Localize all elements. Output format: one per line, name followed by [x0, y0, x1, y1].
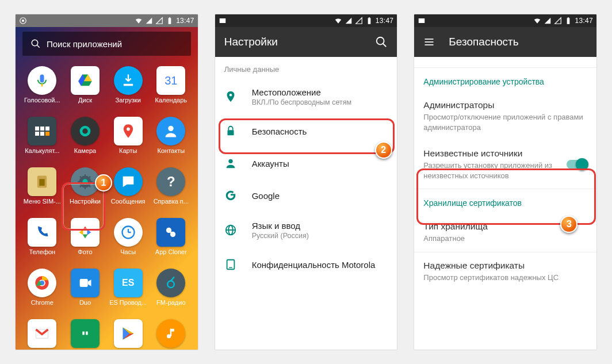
app-label: Диск — [78, 97, 92, 104]
section-device-admin: Администрирование устройства — [414, 68, 596, 92]
status-bar: 13:47 — [414, 14, 596, 27]
app-label: Контакты — [158, 147, 185, 154]
app-label: Голосовой... — [24, 97, 60, 104]
app-cal[interactable]: 31Календарь — [150, 66, 192, 116]
app-phone[interactable]: Телефон — [21, 218, 63, 267]
clock-icon — [114, 218, 143, 247]
row-title: Надежные сертификаты — [423, 260, 587, 271]
svg-point-12 — [169, 126, 174, 131]
search-icon — [30, 39, 41, 49]
app-maps[interactable]: Карты — [107, 117, 149, 166]
svg-line-46 — [383, 44, 387, 47]
row-title: Местоположение — [252, 87, 388, 97]
app-label: App Cloner — [155, 248, 187, 255]
settings-row-lang[interactable]: Язык и вводРусский (Россия) — [215, 212, 397, 248]
svg-point-47 — [229, 94, 232, 97]
row-sub: Разрешить установку приложений из неизве… — [423, 160, 557, 181]
location-icon — [224, 90, 237, 103]
settings-row-location[interactable]: МестоположениеВКЛ./По беспроводным сетям — [215, 78, 397, 115]
app-help[interactable]: ?Справка п... — [150, 167, 192, 217]
signal-icon — [145, 17, 153, 25]
app-camera[interactable]: Камера — [64, 117, 106, 166]
app-photos[interactable]: Фото — [64, 218, 106, 267]
moto-icon — [224, 258, 237, 271]
svg-rect-21 — [85, 186, 86, 189]
row-title: Неизвестные источники — [423, 148, 557, 159]
app-drive[interactable]: Диск — [64, 66, 106, 116]
app-sim[interactable]: Меню SIM-... — [21, 167, 63, 217]
app-play[interactable]: Play Марк... — [107, 319, 149, 350]
app-download[interactable]: Загрузки — [107, 66, 149, 116]
search-icon[interactable] — [375, 36, 388, 48]
svg-point-49 — [228, 159, 232, 163]
menu-icon[interactable] — [423, 36, 435, 48]
appbar-title: Безопасность — [449, 36, 518, 48]
app-radio[interactable]: FM-радио — [150, 269, 192, 318]
svg-rect-57 — [568, 17, 569, 18]
calc-icon — [28, 117, 56, 145]
app-label: Меню SIM-... — [24, 198, 61, 205]
battery-icon — [564, 17, 572, 25]
status-bar: 13:47 — [215, 14, 397, 27]
wifi-icon — [533, 17, 541, 25]
search-apps[interactable]: Поиск приложений — [22, 32, 191, 56]
app-label: Chrome — [31, 299, 53, 306]
svg-rect-19 — [89, 181, 93, 182]
app-es[interactable]: ESES Провод... — [107, 269, 149, 318]
drive-icon — [71, 66, 100, 95]
phone-app-drawer: 13:47 Поиск приложений Голосовой...ДискЗ… — [15, 14, 198, 350]
battery-icon — [365, 17, 373, 25]
app-chrome[interactable]: Chrome — [21, 269, 63, 318]
row-unknown-sources[interactable]: Неизвестные источники Разрешить установк… — [414, 140, 596, 189]
settings-row-account[interactable]: Аккаунты — [215, 147, 397, 179]
svg-rect-2 — [169, 18, 171, 24]
app-mic[interactable]: Голосовой... — [21, 66, 63, 116]
battery-icon — [166, 17, 174, 25]
phone-icon — [28, 218, 56, 247]
row-admins[interactable]: Администраторы Просмотр/отключение прило… — [414, 92, 596, 140]
svg-rect-43 — [368, 18, 370, 24]
step-badge-1: 1 — [95, 174, 112, 191]
toggle-unknown-sources[interactable] — [567, 160, 587, 169]
photos-icon — [71, 218, 100, 247]
chrome-icon — [28, 269, 56, 297]
app-label: ES Провод... — [109, 299, 147, 306]
signal2-icon — [155, 17, 163, 25]
app-hangouts[interactable]: Hangouts — [64, 319, 106, 350]
svg-rect-23 — [78, 181, 81, 182]
image-icon — [418, 17, 426, 25]
square-stop-icon — [19, 17, 27, 25]
wifi-icon — [135, 17, 143, 25]
svg-rect-1 — [22, 20, 24, 22]
app-music[interactable]: Play Музы... — [150, 319, 192, 350]
settings-row-moto[interactable]: Конфиденциальность Motorola — [215, 248, 397, 281]
app-cloner[interactable]: App Cloner — [150, 218, 192, 267]
svg-rect-8 — [123, 84, 132, 86]
svg-rect-39 — [86, 332, 88, 335]
cloner-icon — [156, 218, 185, 247]
app-label: Загрузки — [116, 97, 141, 104]
svg-rect-42 — [219, 18, 225, 23]
app-msg[interactable]: Сообщения — [107, 167, 149, 217]
app-gmail[interactable]: Gmail — [21, 319, 63, 350]
app-label: Play Музы... — [154, 350, 189, 350]
clock-text: 13:47 — [176, 17, 194, 25]
row-sub: Аппаратное — [423, 233, 587, 244]
app-clock[interactable]: Часы — [107, 218, 149, 267]
app-duo[interactable]: Duo — [64, 269, 106, 318]
app-contact[interactable]: Контакты — [150, 117, 192, 166]
row-trusted-certs[interactable]: Надежные сертификаты Просмотр сертификат… — [414, 252, 596, 291]
app-label: Настройки — [70, 198, 101, 205]
play-icon — [114, 319, 143, 348]
svg-rect-48 — [227, 130, 234, 135]
settings-row-lock[interactable]: Безопасность — [215, 115, 397, 147]
clock-text: 13:47 — [376, 17, 394, 25]
account-icon — [224, 157, 237, 170]
settings-row-google[interactable]: Google — [215, 179, 397, 212]
app-calc[interactable]: Калькулят... — [21, 117, 63, 166]
svg-point-45 — [377, 37, 384, 45]
phone-settings: 13:47 Настройки Личные данные 2 Местопол… — [215, 14, 398, 350]
svg-rect-56 — [567, 18, 570, 24]
settings-appbar: Настройки — [215, 27, 397, 57]
camera-icon — [71, 117, 100, 145]
